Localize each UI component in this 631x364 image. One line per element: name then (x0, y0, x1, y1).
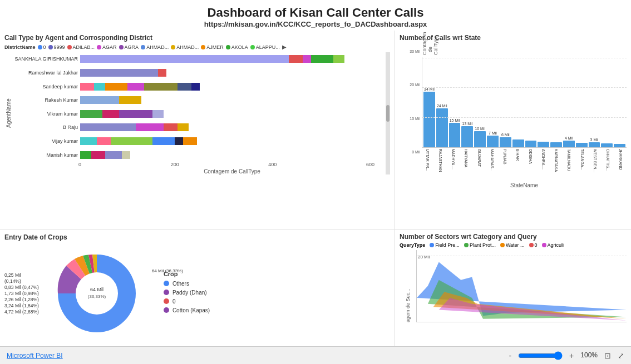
pie-area: 0,25 Mil (0,14%) 0,83 Mil (0,47%) 1,73 M… (4, 243, 390, 343)
state-y-label: Contagem de CallType (422, 44, 627, 55)
agent-name: Rakesh Kumar (14, 97, 78, 103)
query-type-label: QueryType (400, 242, 425, 248)
pie-label: 4,72 Mil (2,68%) (4, 309, 39, 315)
scroll-indicator[interactable] (386, 52, 390, 174)
legend-item: Cotton (Kapas) (164, 307, 210, 313)
legend-label: 0 (172, 298, 176, 305)
state-bar (512, 139, 524, 147)
legend-label: Others (172, 281, 189, 287)
bar-track (80, 151, 358, 159)
x-axis: 0 200 400 600 Contagem de CallType (12, 162, 386, 174)
legend-item: Paddy (Dhan) (164, 290, 210, 296)
state-bar-value: 15 Mil (450, 118, 460, 122)
state-bar-col: 6 Mil (500, 133, 511, 147)
bar-track (80, 137, 358, 145)
pie-legend: Crop Others Paddy (Dhan) 0 (164, 271, 210, 316)
state-x-label: ANDHRA ... (538, 148, 549, 182)
svg-point-0 (76, 272, 118, 315)
state-bar-col: 3 Mil (589, 138, 600, 147)
subtitle: https://mkisan.gov.in/KCC/KCC_reports_fo… (0, 20, 631, 28)
legend-dot (164, 290, 169, 295)
legend-item-akola: AKOLA (226, 44, 248, 50)
zoom-slider[interactable] (518, 351, 563, 360)
state-x-label: GUJARAT (474, 148, 485, 182)
legend-label: Cotton (Kapas) (172, 307, 210, 313)
state-x-labels: UTTAR PR... RAJASTHAN MADHYA ... HARYANA… (422, 148, 627, 182)
state-bar (550, 142, 562, 147)
x-tick: 600 (366, 162, 374, 167)
bar-track (80, 83, 358, 91)
svg-text:(36,33%): (36,33%) (88, 294, 106, 299)
state-bar (487, 136, 499, 147)
sector-chart-area: agem de Sec... 20 Mil (400, 250, 627, 322)
legend-item: Others (164, 281, 210, 287)
legend-dot (164, 307, 169, 313)
legend-label: Field Pre... (435, 242, 460, 248)
state-bar-col (576, 142, 588, 147)
state-x-label: PUNJAB (499, 148, 511, 182)
fit-screen-icon[interactable]: ⊡ (604, 351, 611, 360)
sectors-chart: Number of Sectors wrt Category and Query… (395, 230, 631, 346)
sector-chart-inner: 20 Mil (416, 250, 627, 322)
state-x-axis-title: StateName (422, 182, 627, 188)
legend-item-9999: 9999 (48, 44, 65, 50)
x-tick: 0 (78, 162, 81, 167)
table-row: B Raju (14, 123, 386, 131)
state-bar-col: 4 Mil (563, 136, 575, 147)
expand-icon[interactable]: ⤢ (618, 351, 624, 360)
zoom-minus-button[interactable]: - (509, 351, 511, 360)
legend-item-water: Water ... (500, 242, 525, 248)
y-tick: 10 Mil (410, 117, 420, 121)
legend-item-agra: AGRA (119, 44, 139, 50)
state-x-label: CHHATTIS... (602, 148, 614, 182)
state-x-label: ODISHA (525, 148, 536, 182)
footer-icons: - + 100% ⊡ ⤢ (509, 351, 624, 360)
legend-item-alappu: ALAPPU... (250, 44, 280, 50)
bar-track (80, 110, 358, 118)
state-bar-value: 4 Mil (565, 136, 573, 140)
table-row: Vijay kumar (14, 137, 386, 145)
zoom-plus-button[interactable]: + (569, 351, 574, 360)
state-bar (576, 143, 588, 147)
state-x-label: BIHAR (512, 148, 524, 182)
main-title: Dashboard of Kisan Call Center Calls (0, 6, 631, 20)
agent-name: Manish kumar (14, 152, 78, 158)
state-bars-area: 34 Mil 24 Mil 15 Mil 13 Mil 10 Mil 7 Mil… (422, 57, 627, 148)
main-container: Dashboard of Kisan Call Center Calls htt… (0, 0, 631, 364)
bar-track (80, 69, 358, 77)
state-bar (461, 126, 473, 147)
legend-item-ahmad1: AHMAD... (141, 44, 169, 50)
power-bi-link[interactable]: Microsoft Power BI (7, 352, 63, 360)
legend-dot (164, 281, 169, 286)
sector-y-label: agem de Sec... (400, 250, 416, 322)
state-bar-value: 24 Mil (437, 104, 447, 108)
pie-svg: 64 Mil (36,33%) (41, 249, 152, 338)
crops-title: Entry Date of Crops (4, 233, 390, 241)
state-bar (601, 143, 613, 147)
legend-item-plant: Plant Prot... (464, 242, 496, 248)
y-tick: 30 Mil (410, 49, 420, 53)
state-bar-col: 24 Mil (436, 104, 448, 147)
bar-track (80, 55, 358, 63)
pie-label: (0,14%) (4, 278, 39, 284)
state-x-label: TELANGA... (576, 148, 588, 182)
legend-more-button[interactable]: ▶ (282, 44, 287, 50)
legend-item-0: 0 (38, 44, 46, 50)
pie-label: 3,24 Mil (1,84%) (4, 303, 39, 308)
state-bar-col: 15 Mil (449, 118, 461, 147)
agent-name: SANKHALA GIRISHKUMAR (14, 56, 78, 62)
state-bar-col (525, 140, 537, 147)
sector-y-value: 20 Mil (418, 255, 430, 260)
svg-text:64 Mil: 64 Mil (90, 287, 103, 292)
state-x-label: MADHYA ... (447, 148, 459, 182)
header: Dashboard of Kisan Call Center Calls htt… (0, 0, 631, 31)
state-x-label: MAHARAS... (486, 148, 498, 182)
state-bar-col: 7 Mil (487, 131, 499, 147)
legend-item-zero: 0 (529, 242, 538, 248)
agent-name: B Raju (14, 124, 78, 130)
content-area: Call Type by Agent and Corrosponding Dis… (0, 31, 631, 346)
legend-item-field: Field Pre... (430, 242, 460, 248)
call-type-legend: DistrictName 0 9999 ADILAB... AGAR AGRA … (4, 44, 390, 50)
y-tick: 0 Mil (412, 150, 420, 154)
legend-item: 0 (164, 298, 210, 305)
